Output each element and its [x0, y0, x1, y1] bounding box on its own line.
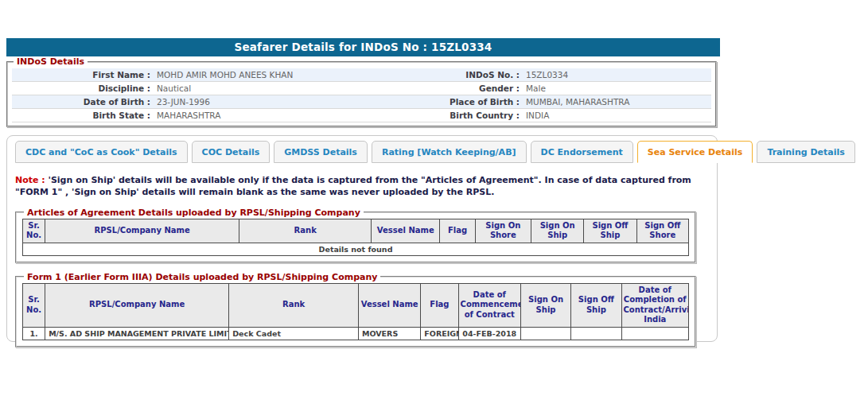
place-of-birth-label: Place of Birth :	[434, 97, 523, 107]
col-sign-off-ship: Sign Off Ship	[571, 283, 621, 327]
col-vessel-name: Vessel Name	[358, 283, 420, 327]
indos-no-label: INDoS No. :	[434, 70, 523, 80]
col-sign-on-shore: Sign On Shore	[475, 219, 531, 243]
col-date-of-completion: Date of Completion of Contract/Arriving …	[621, 283, 688, 327]
articles-of-agreement-table: Sr. No. RPSL/Company Name Rank Vessel Na…	[22, 219, 689, 256]
gender-value: Male	[523, 83, 711, 93]
col-sign-on-ship: Sign On Ship	[531, 219, 584, 243]
col-sign-off-shore: Sign Off Shore	[636, 219, 688, 243]
tab-training-details[interactable]: Training Details	[757, 141, 854, 163]
col-flag: Flag	[440, 219, 475, 243]
birth-state-value: MAHARASHTRA	[154, 111, 434, 120]
indos-details-legend: INDoS Details	[14, 56, 88, 67]
discipline-value: Nautical	[154, 83, 434, 93]
col-flag: Flag	[421, 283, 458, 327]
cell-rpsl-company-name: M/S. AD SHIP MANAGEMENT PRIVATE LIMITED.	[45, 327, 229, 340]
col-date-of-commencement: Date of Commencement of Contract	[458, 283, 520, 327]
col-sign-on-ship: Sign On Ship	[520, 283, 570, 327]
table-row: 1. M/S. AD SHIP MANAGEMENT PRIVATE LIMIT…	[23, 327, 689, 340]
tab-gmdss-details[interactable]: GMDSS Details	[274, 141, 368, 163]
date-of-birth-value: 23-JUN-1996	[154, 97, 434, 107]
sea-service-panel: CDC and "CoC as Cook" Details COC Detail…	[6, 135, 718, 342]
gender-label: Gender :	[434, 83, 523, 93]
page-title: Seafarer Details for INDoS No : 15ZL0334	[6, 38, 720, 56]
tab-strip: CDC and "CoC as Cook" Details COC Detail…	[7, 136, 717, 163]
tab-rating-watch-keeping-ab[interactable]: Rating [Watch Keeping/AB]	[372, 141, 527, 163]
tab-coc-details[interactable]: COC Details	[192, 141, 271, 163]
birth-state-label: Birth State :	[12, 111, 154, 120]
birth-country-value: INDIA	[523, 111, 711, 120]
table-header-row: Sr. No. RPSL/Company Name Rank Vessel Na…	[23, 219, 689, 243]
cell-date-of-completion	[621, 327, 688, 340]
cell-flag: FOREIGN	[421, 327, 458, 340]
note-text: 'Sign on Ship' details will be available…	[15, 175, 691, 197]
indos-no-value: 15ZL0334	[523, 70, 711, 80]
first-name-label: First Name :	[12, 70, 154, 80]
cell-sr-no: 1.	[23, 327, 45, 340]
col-sr-no: Sr. No.	[23, 219, 45, 243]
place-of-birth-value: MUMBAI, MAHARASHTRA	[523, 97, 711, 107]
col-vessel-name: Vessel Name	[372, 219, 440, 243]
cell-date-of-commencement: 04-FEB-2018	[458, 327, 520, 340]
empty-row: Details not found	[23, 243, 689, 255]
detail-row: Discipline : Nautical Gender : Male	[12, 82, 711, 95]
birth-country-label: Birth Country :	[434, 111, 523, 120]
tab-dc-endorsement[interactable]: DC Endorsement	[531, 141, 633, 163]
seafarer-details-page: Seafarer Details for INDoS No : 15ZL0334…	[0, 38, 868, 396]
col-sr-no: Sr. No.	[23, 283, 45, 327]
col-rank: Rank	[229, 283, 359, 327]
form1-details-fieldset: Form 1 (Earlier Form IIIA) Details uploa…	[15, 272, 696, 347]
first-name-value: MOHD AMIR MOHD ANEES KHAN	[154, 70, 434, 80]
cell-sign-on-ship	[520, 327, 570, 340]
details-not-found-message: Details not found	[23, 243, 689, 255]
date-of-birth-label: Date of Birth :	[12, 97, 154, 107]
col-sign-off-ship: Sign Off Ship	[584, 219, 636, 243]
note-prefix: Note :	[15, 175, 45, 185]
cell-rank: Deck Cadet	[229, 327, 359, 340]
tab-cdc-coc-as-cook-details[interactable]: CDC and "CoC as Cook" Details	[15, 141, 188, 163]
tab-sea-service-details[interactable]: Sea Service Details	[637, 141, 753, 163]
col-rpsl-company-name: RPSL/Company Name	[45, 283, 229, 327]
table-header-row: Sr. No. RPSL/Company Name Rank Vessel Na…	[23, 283, 689, 327]
discipline-label: Discipline :	[12, 83, 154, 93]
form1-details-legend: Form 1 (Earlier Form IIIA) Details uploa…	[24, 272, 380, 282]
articles-of-agreement-fieldset: Articles of Agreement Details uploaded b…	[15, 208, 696, 263]
articles-of-agreement-legend: Articles of Agreement Details uploaded b…	[24, 208, 364, 218]
detail-row: Birth State : MAHARASHTRA Birth Country …	[12, 109, 711, 122]
indos-details-fieldset: INDoS Details First Name : MOHD AMIR MOH…	[6, 56, 717, 127]
col-rank: Rank	[239, 219, 372, 243]
col-rpsl-company-name: RPSL/Company Name	[45, 219, 239, 243]
cell-vessel-name: MOVERS	[358, 327, 420, 340]
form1-details-table: Sr. No. RPSL/Company Name Rank Vessel Na…	[22, 283, 689, 340]
sign-on-ship-note: Note : 'Sign on Ship' details will be av…	[15, 175, 707, 199]
cell-sign-off-ship	[571, 327, 621, 340]
detail-row: First Name : MOHD AMIR MOHD ANEES KHAN I…	[12, 68, 711, 82]
detail-row: Date of Birth : 23-JUN-1996 Place of Bir…	[12, 95, 711, 109]
